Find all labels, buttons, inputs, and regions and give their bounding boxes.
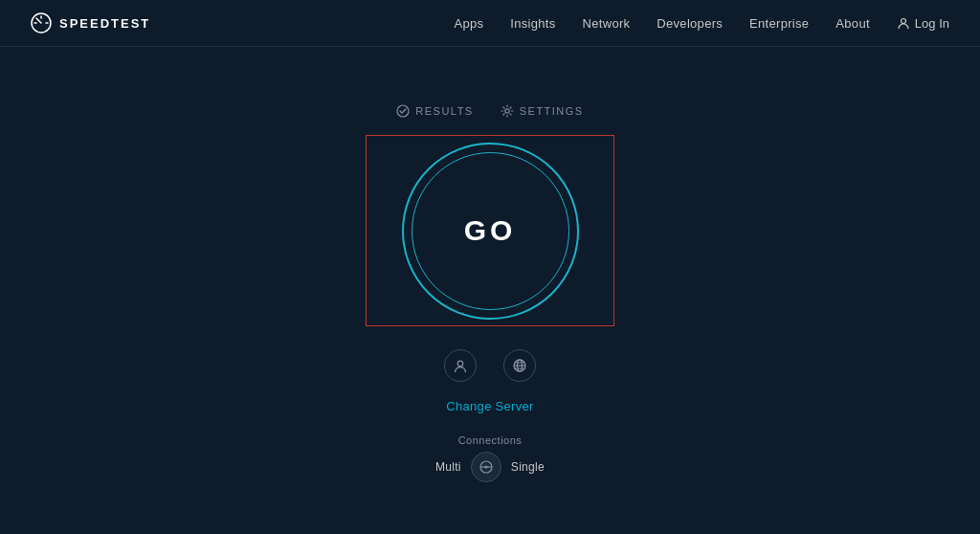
globe-icon (512, 358, 527, 373)
main-content: RESULTS SETTINGS GO (0, 47, 980, 482)
login-label: Log In (915, 16, 949, 31)
nav-link-enterprise[interactable]: Enterprise (749, 16, 809, 31)
go-button-container[interactable]: GO (366, 135, 614, 326)
svg-point-4 (457, 361, 463, 367)
person-icon (453, 358, 468, 373)
nav-links: Apps Insights Network Developers Enterpr… (455, 16, 949, 31)
svg-point-3 (505, 109, 509, 113)
login-button[interactable]: Log In (897, 16, 949, 31)
go-circle-outer: GO (402, 143, 579, 320)
brand-name: SPEEDTEST (59, 16, 150, 31)
go-button[interactable]: GO (412, 152, 569, 310)
user-icon (897, 16, 910, 30)
nav-link-insights[interactable]: Insights (510, 16, 555, 31)
tab-results-label: RESULTS (415, 105, 473, 117)
tab-settings[interactable]: SETTINGS (501, 104, 584, 118)
person-button[interactable] (444, 349, 477, 382)
navbar: SPEEDTEST Apps Insights Network Develope… (0, 0, 980, 47)
go-label: GO (464, 214, 517, 247)
gear-icon (501, 104, 514, 118)
connections-multi: Multi (435, 460, 461, 474)
connections-area: Connections Multi Single (435, 434, 545, 482)
svg-point-2 (397, 105, 409, 117)
connections-toggle: Multi Single (435, 452, 545, 482)
nav-link-about[interactable]: About (835, 16, 869, 31)
server-icons-row (444, 349, 536, 382)
connections-toggle-button[interactable] (471, 452, 501, 482)
change-server-link[interactable]: Change Server (446, 399, 533, 413)
check-circle-icon (396, 104, 410, 118)
brand-logo[interactable]: SPEEDTEST (31, 12, 150, 33)
nav-link-developers[interactable]: Developers (657, 16, 723, 31)
svg-point-12 (484, 466, 487, 469)
connections-label: Connections (458, 434, 523, 446)
connections-single: Single (511, 460, 545, 474)
nav-link-apps[interactable]: Apps (455, 16, 484, 31)
toggle-icon (479, 459, 494, 475)
tab-results[interactable]: RESULTS (396, 104, 473, 118)
speedtest-logo-icon (31, 12, 52, 33)
nav-link-network[interactable]: Network (583, 16, 631, 31)
globe-button[interactable] (503, 349, 536, 382)
svg-point-1 (901, 19, 905, 24)
tab-settings-label: SETTINGS (520, 105, 584, 117)
tabs-row: RESULTS SETTINGS (396, 104, 583, 118)
